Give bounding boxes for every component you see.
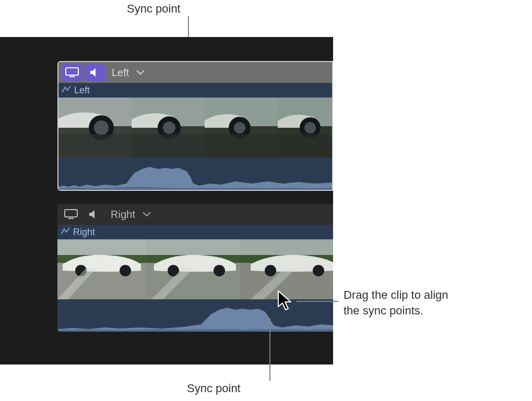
svg-point-37 [265, 265, 276, 276]
clip-title-strip-left: Left [58, 83, 332, 98]
svg-rect-6 [58, 134, 132, 157]
angle-lane-right[interactable]: Right Right [57, 204, 333, 332]
svg-rect-1 [69, 76, 75, 77]
svg-rect-22 [65, 210, 77, 217]
svg-point-20 [304, 122, 316, 133]
clip-title-left: Left [74, 85, 90, 96]
annotation-bottom-sync-point: Sync point [187, 382, 241, 395]
clip-title-right: Right [73, 227, 95, 238]
monitor-icon [65, 67, 79, 78]
lane-name-right: Right [111, 209, 135, 221]
svg-rect-21 [278, 134, 332, 157]
callout-line-bottom [269, 318, 270, 381]
svg-point-38 [313, 265, 324, 276]
annotation-top-sync-point: Sync point [127, 2, 181, 16]
svg-rect-11 [132, 134, 205, 157]
chevron-down-icon[interactable] [136, 68, 145, 77]
svg-point-10 [163, 121, 175, 134]
monitor-icon [64, 209, 78, 220]
callout-line-side [297, 301, 338, 302]
thumbnail [205, 98, 278, 157]
monitor-video-toggle-right[interactable] [61, 206, 81, 223]
thumbnail [132, 98, 205, 157]
thumbnail [278, 98, 332, 157]
annotation-side-line1: Drag the clip to align [344, 287, 448, 303]
thumbnail [58, 98, 132, 157]
thumbnail [57, 239, 146, 299]
thumbnail [146, 239, 240, 299]
svg-rect-16 [205, 134, 278, 157]
svg-rect-0 [66, 68, 78, 75]
audio-waveform-left[interactable] [58, 157, 332, 190]
monitor-video-toggle-left[interactable] [62, 64, 82, 81]
chevron-down-icon[interactable] [143, 210, 151, 219]
annotation-side-line2: the sync points. [344, 303, 448, 319]
thumbnail [240, 239, 333, 299]
speaker-icon [88, 209, 100, 220]
speaker-icon [89, 67, 101, 78]
lane-name-left: Left [112, 67, 129, 79]
svg-point-15 [234, 122, 245, 133]
video-thumbnail-row-left[interactable] [58, 98, 332, 157]
monitor-audio-toggle-left[interactable] [85, 64, 105, 81]
clip-angle-icon [62, 86, 71, 95]
lane-header-left: Left [58, 62, 332, 83]
svg-point-33 [214, 265, 225, 276]
lane-header-right: Right [57, 204, 333, 225]
video-thumbnail-row-right[interactable] [57, 239, 333, 299]
clip-angle-icon [61, 227, 70, 237]
svg-rect-23 [68, 218, 74, 219]
audio-waveform-right[interactable] [57, 299, 333, 332]
clip-title-strip-right: Right [57, 225, 333, 239]
svg-point-28 [120, 265, 131, 276]
monitor-audio-toggle-right[interactable] [84, 206, 104, 223]
annotation-side-drag: Drag the clip to align the sync points. [344, 287, 448, 318]
angle-lane-left[interactable]: Left Left [57, 61, 333, 191]
svg-point-5 [94, 120, 109, 135]
